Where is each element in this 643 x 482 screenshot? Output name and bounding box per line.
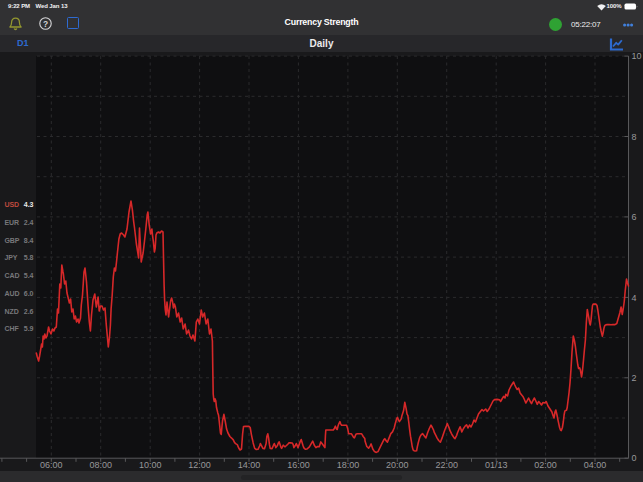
- svg-text:06:00: 06:00: [40, 460, 63, 470]
- svg-text:GBP: GBP: [5, 237, 20, 244]
- svg-text:2.4: 2.4: [24, 219, 34, 226]
- svg-text:8.4: 8.4: [24, 237, 34, 244]
- svg-text:EUR: EUR: [5, 219, 20, 226]
- svg-text:5.9: 5.9: [24, 325, 34, 332]
- svg-text:2.6: 2.6: [24, 308, 34, 315]
- svg-text:10: 10: [632, 51, 642, 61]
- svg-text:4: 4: [632, 293, 637, 303]
- svg-text:8: 8: [632, 132, 637, 142]
- svg-text:20:00: 20:00: [386, 460, 409, 470]
- svg-text:08:00: 08:00: [89, 460, 112, 470]
- svg-text:NZD: NZD: [5, 308, 19, 315]
- svg-text:CHF: CHF: [5, 325, 20, 332]
- svg-text:2: 2: [632, 373, 637, 383]
- svg-text:16:00: 16:00: [287, 460, 310, 470]
- svg-text:5.4: 5.4: [24, 272, 34, 279]
- svg-text:18:00: 18:00: [337, 460, 360, 470]
- svg-text:04:00: 04:00: [584, 460, 607, 470]
- svg-text:14:00: 14:00: [238, 460, 261, 470]
- svg-text:01/13: 01/13: [485, 460, 508, 470]
- svg-text:02:00: 02:00: [534, 460, 557, 470]
- svg-text:0: 0: [632, 453, 637, 463]
- svg-text:6.0: 6.0: [24, 290, 34, 297]
- svg-text:6: 6: [632, 212, 637, 222]
- svg-text:JPY: JPY: [5, 254, 18, 261]
- svg-text:CAD: CAD: [5, 272, 20, 279]
- svg-text:22:00: 22:00: [435, 460, 458, 470]
- svg-text:12:00: 12:00: [188, 460, 211, 470]
- svg-text:USD: USD: [5, 201, 20, 208]
- svg-text:AUD: AUD: [5, 290, 20, 297]
- svg-text:5.8: 5.8: [24, 254, 34, 261]
- svg-text:10:00: 10:00: [139, 460, 162, 470]
- svg-text:4.3: 4.3: [24, 201, 34, 208]
